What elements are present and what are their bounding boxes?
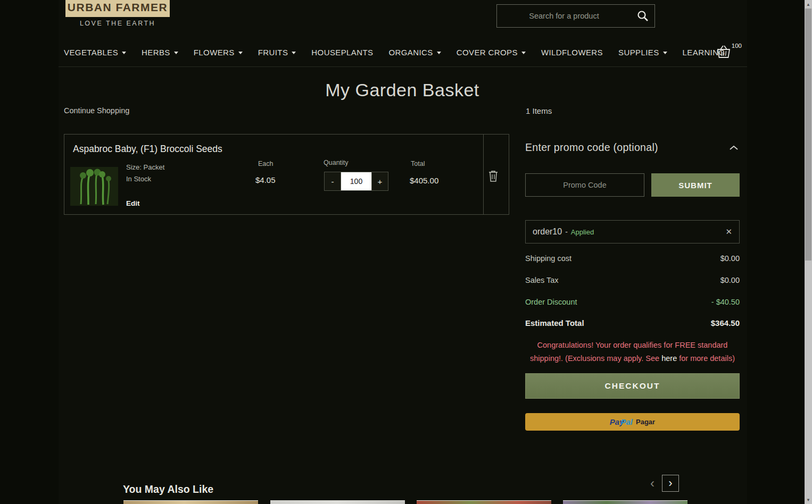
summary-label: Shipping cost (525, 254, 571, 263)
search-button[interactable] (631, 5, 654, 27)
summary-value: $364.50 (711, 318, 740, 327)
item-name[interactable]: Aspabroc Baby, (F1) Broccoli Seeds (73, 144, 222, 155)
chevron-down-icon (437, 52, 441, 54)
page-scrollbar[interactable]: ▲ ▼ (805, 0, 812, 504)
nav-item-herbs[interactable]: HERBS (142, 48, 178, 57)
chevron-down-icon (238, 52, 243, 54)
summary-value: - $40.50 (711, 298, 740, 306)
continue-shopping-link[interactable]: Continue Shopping (64, 106, 129, 115)
item-stock-status: In Stock (126, 175, 151, 183)
chevron-down-icon (292, 52, 296, 54)
you-may-also-like-title: You May Also Like (123, 483, 213, 495)
nav-label: VEGETABLES (64, 48, 118, 57)
each-label: Each (258, 160, 274, 167)
nav-label: FRUITS (258, 48, 288, 57)
chevron-down-icon (521, 52, 526, 54)
nav-label: SUPPLIES (618, 48, 659, 57)
item-thumbnail[interactable] (70, 167, 118, 206)
note-line1: Congratulations! Your order qualifies fo… (537, 341, 728, 349)
card-divider (483, 135, 484, 214)
nav-label: FLOWERS (194, 48, 235, 57)
promo-code-input[interactable] (525, 173, 644, 197)
details-here-link[interactable]: here (661, 354, 677, 363)
recommended-product-card[interactable] (270, 500, 405, 504)
nav-item-vegetables[interactable]: VEGETABLES (64, 48, 126, 57)
promo-section-header: Enter promo code (optional) (525, 141, 740, 154)
paypal-pagar-label: Pagar (636, 418, 655, 426)
edit-item-link[interactable]: Edit (126, 199, 140, 207)
main-nav: VEGETABLES HERBS FLOWERS FRUITS HOUSEPLA… (64, 45, 725, 60)
scrollbar-thumb[interactable] (805, 9, 811, 261)
nav-item-cover-crops[interactable]: COVER CROPS (457, 48, 526, 57)
brand-tagline: LOVE THE EARTH (65, 20, 170, 27)
nav-label: HOUSEPLANTS (311, 48, 373, 57)
item-size: Size: Packet (126, 163, 164, 171)
brand-name: URBAN FARMER (68, 1, 168, 14)
quantity-decrease-button[interactable]: - (324, 172, 341, 191)
search-icon (637, 10, 649, 22)
summary-row-estimated-total: Estimated Total $364.50 (525, 318, 740, 327)
items-count: 1 Items (526, 106, 552, 115)
page-title: My Garden Basket (0, 80, 805, 100)
summary-label: Order Discount (525, 298, 577, 306)
nav-item-organics[interactable]: ORGANICS (388, 48, 441, 57)
quantity-increase-button[interactable]: + (371, 172, 388, 191)
summary-row-tax: Sales Tax $0.00 (525, 276, 740, 284)
cart-count-badge: 100 (732, 43, 742, 49)
search-input[interactable] (497, 12, 631, 20)
nav-label: ORGANICS (388, 48, 433, 57)
summary-row-shipping: Shipping cost $0.00 (525, 254, 740, 263)
chevron-down-icon (174, 52, 178, 54)
summary-value: $0.00 (720, 276, 740, 284)
recommended-product-card[interactable] (563, 500, 687, 504)
checkout-button[interactable]: CHECKOUT (525, 373, 740, 399)
paypal-button[interactable]: PayPal Pagar (525, 413, 740, 431)
note-line2-end: for more details) (677, 354, 735, 363)
nav-item-supplies[interactable]: SUPPLIES (618, 48, 667, 57)
quantity-stepper: - + (324, 172, 388, 191)
search-box (496, 4, 655, 28)
carousel-next-button[interactable]: › (662, 475, 679, 492)
trash-icon (487, 170, 506, 182)
promo-submit-button[interactable]: SUBMIT (651, 173, 740, 197)
cart-page: URBAN FARMER LOVE THE EARTH VEGETABLES H… (0, 0, 812, 504)
total-label: Total (411, 160, 425, 167)
close-icon: ✕ (725, 227, 732, 236)
remove-promo-button[interactable]: ✕ (725, 227, 732, 237)
summary-value: $0.00 (720, 254, 740, 263)
applied-promo-dash: - (565, 228, 568, 236)
each-price: $4.05 (255, 175, 276, 184)
recommended-product-card[interactable] (123, 500, 258, 504)
cart-button[interactable]: 100 (716, 45, 740, 63)
nav-item-wildflowers[interactable]: WILDFLOWERS (541, 48, 603, 57)
nav-label: WILDFLOWERS (541, 48, 603, 57)
nav-item-flowers[interactable]: FLOWERS (194, 48, 243, 57)
header-divider (59, 66, 747, 67)
recommended-product-card[interactable] (417, 500, 551, 504)
paypal-logo: PayPal (610, 417, 633, 426)
chevron-down-icon (122, 52, 126, 54)
remove-item-button[interactable] (487, 166, 506, 185)
carousel-prev-button[interactable]: ‹ (644, 475, 660, 492)
summary-label: Estimated Total (525, 318, 584, 327)
quantity-input[interactable] (341, 172, 371, 191)
summary-row-discount: Order Discount - $40.50 (525, 298, 740, 306)
nav-label: HERBS (142, 48, 170, 57)
chevron-up-icon (729, 145, 739, 151)
promo-collapse-button[interactable] (728, 144, 740, 152)
scrollbar-up-arrow[interactable]: ▲ (805, 0, 812, 9)
nav-item-fruits[interactable]: FRUITS (258, 48, 296, 57)
note-line2: shipping!. (Exclusions may apply. See (530, 354, 661, 363)
nav-label: COVER CROPS (457, 48, 518, 57)
free-shipping-message: Congratulations! Your order qualifies fo… (525, 339, 740, 365)
cart-item-card: Aspabroc Baby, (F1) Broccoli Seeds Size:… (64, 134, 509, 215)
applied-promo-box: order10 - Applied ✕ (525, 220, 740, 243)
applied-promo-status: Applied (571, 228, 594, 236)
summary-label: Sales Tax (525, 276, 559, 284)
nav-item-houseplants[interactable]: HOUSEPLANTS (311, 48, 373, 57)
promo-title: Enter promo code (optional) (525, 141, 658, 154)
brand-logo[interactable]: URBAN FARMER (65, 0, 170, 17)
scrollbar-down-arrow[interactable]: ▼ (805, 495, 812, 504)
applied-promo-code: order10 (533, 227, 562, 237)
quantity-label: Quantity (324, 159, 349, 166)
